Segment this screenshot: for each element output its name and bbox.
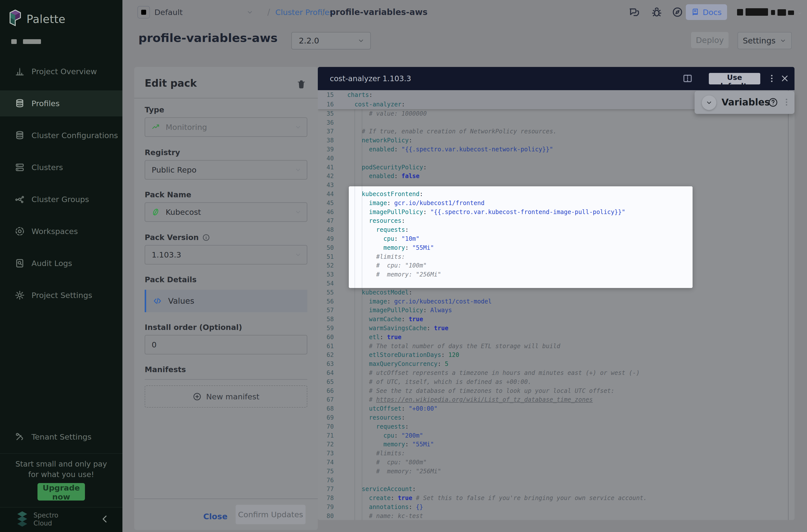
editor-scrollbar[interactable] — [788, 90, 789, 520]
code-line[interactable]: 78 create: true # Set this to false if y… — [318, 494, 794, 502]
values-item-label: Values — [168, 296, 194, 306]
code-line[interactable]: 53 # memory: "256Mi" — [318, 270, 794, 279]
code-line-text: image: gcr.io/kubecost1/cost-model — [337, 298, 492, 305]
code-line[interactable]: 69 resources: — [318, 413, 794, 422]
layers-icon — [15, 98, 25, 109]
code-line[interactable]: 41 podSecurityPolicy: — [318, 163, 794, 172]
code-line[interactable]: 50 memory: "55Mi" — [318, 243, 794, 252]
code-line-text: # memory: "256Mi" — [337, 468, 441, 475]
code-line[interactable]: 38 networkPolicy: — [318, 136, 794, 145]
code-line[interactable]: 75 # memory: "256Mi" — [318, 467, 794, 476]
code-line[interactable]: 36 — [318, 118, 794, 127]
code-line[interactable]: 46 imagePullPolicy: "{{.spectro.var.kube… — [318, 208, 794, 216]
project-selector[interactable]: Default — [137, 0, 183, 24]
pack-version-label-text: Pack Version — [145, 233, 199, 242]
code-line[interactable]: 52 # cpu: "100m" — [318, 261, 794, 270]
sidebar-item-tenant-settings[interactable]: Tenant Settings — [0, 424, 123, 450]
code-line[interactable]: 59 warmSavingsCache: true — [318, 324, 794, 333]
registry-select[interactable]: Public Repo — [145, 160, 307, 179]
close-icon[interactable] — [780, 73, 790, 84]
code-line[interactable]: 70 requests: — [318, 422, 794, 431]
code-line[interactable]: 44 kubecostFrontend: — [318, 190, 794, 198]
code-line[interactable]: 60 etl: true — [318, 333, 794, 342]
user-menu-chevron-icon[interactable] — [797, 11, 803, 16]
code-line[interactable]: 64 # utcOffset represents a timezone in … — [318, 368, 794, 377]
variables-collapse-button[interactable] — [701, 95, 716, 110]
code-line[interactable]: 71 cpu: "200m" — [318, 431, 794, 440]
code-line[interactable]: 37 # If true, enable creation of Network… — [318, 127, 794, 136]
sidebar-item-profiles[interactable]: Profiles — [0, 90, 123, 116]
chevron-down-icon — [705, 99, 713, 107]
collapse-sidebar-button[interactable] — [99, 514, 110, 525]
docs-button[interactable]: Docs — [686, 4, 727, 20]
line-number: 38 — [318, 137, 337, 144]
code-line[interactable]: 80 # name: kc-test — [318, 512, 794, 520]
sidebar-item-workspaces[interactable]: Workspaces — [0, 218, 123, 244]
info-icon[interactable] — [202, 233, 210, 242]
use-defaults-button[interactable]: Use defaults — [709, 73, 760, 84]
code-line[interactable]: 54 — [318, 279, 794, 288]
pack-version-select[interactable]: 1.103.3 — [145, 245, 307, 265]
code-line[interactable]: 76 — [318, 476, 794, 485]
deploy-button[interactable]: Deploy — [691, 32, 729, 48]
code-line[interactable]: 48 requests: — [318, 225, 794, 234]
code-line[interactable]: 68 utcOffset: "+00:00" — [318, 404, 794, 413]
new-manifest-button[interactable]: New manifest — [145, 385, 307, 407]
install-order-input[interactable]: 0 — [145, 335, 307, 355]
bug-report-icon[interactable] — [651, 6, 662, 18]
code-line[interactable]: 65 # of UTC, itself, which is defined as… — [318, 377, 794, 386]
settings-button[interactable]: Settings — [737, 32, 792, 49]
code-line[interactable]: 49 cpu: "10m" — [318, 234, 794, 243]
line-number: 68 — [318, 405, 337, 412]
sidebar-item-audit-logs[interactable]: Audit Logs — [0, 250, 123, 276]
trash-icon[interactable] — [296, 79, 306, 90]
sidebar-item-cluster-groups[interactable]: Cluster Groups — [0, 186, 123, 212]
registry-label: Registry — [145, 148, 180, 157]
code-line[interactable]: 62 etlStoreDurationDays: 120 — [318, 351, 794, 360]
code-line[interactable]: 45 image: gcr.io/kubecost1/frontend — [318, 198, 794, 208]
code-line[interactable]: 66 # See the tz database of timezones to… — [318, 386, 794, 395]
code-line[interactable]: 51 #limits: — [318, 252, 794, 261]
code-line[interactable]: 58 warmCache: true — [318, 315, 794, 324]
editor-code-area[interactable]: 35 # value: 10000003637 # If true, enabl… — [318, 109, 794, 520]
code-line[interactable]: 47 resources: — [318, 216, 794, 226]
code-line[interactable]: 79 annotations: {} — [318, 502, 794, 512]
layers-icon — [15, 130, 25, 140]
code-line[interactable]: 63 maxQueryConcurrency: 5 — [318, 359, 794, 368]
line-number: 57 — [318, 307, 337, 314]
line-number: 46 — [318, 209, 337, 215]
pack-details-values-item[interactable]: Values — [145, 290, 307, 312]
sidebar-item-cluster-configurations[interactable]: Cluster Configurations — [0, 122, 123, 148]
pack-name-select[interactable]: Kubecost — [145, 202, 307, 222]
code-line[interactable]: 43 — [318, 180, 794, 190]
help-compass-icon[interactable] — [672, 6, 683, 18]
kebab-menu-icon[interactable] — [782, 97, 791, 107]
sidebar-item-project-overview[interactable]: Project Overview — [0, 58, 123, 84]
code-line[interactable]: 61 # The total number of days the ETL st… — [318, 342, 794, 351]
sidebar-item-clusters[interactable]: Clusters — [0, 154, 123, 180]
code-line[interactable]: 55 kubecostModel: — [318, 288, 794, 297]
code-line[interactable]: 40 — [318, 154, 794, 163]
feedback-chat-icon[interactable] — [628, 6, 640, 18]
kebab-menu-icon[interactable] — [767, 73, 777, 84]
upgrade-now-button[interactable]: Upgrade now — [37, 483, 85, 500]
code-line[interactable]: 67 # https://en.wikipedia.org/wiki/List_… — [318, 395, 794, 404]
close-button[interactable]: Close — [200, 508, 230, 525]
type-select[interactable]: Monitoring — [145, 117, 307, 137]
split-diff-icon[interactable] — [682, 73, 693, 84]
question-help-icon[interactable] — [768, 97, 778, 108]
chevron-down-icon — [294, 251, 302, 259]
code-line[interactable]: 77 serviceAccount: — [318, 484, 794, 494]
code-line[interactable]: 74 # cpu: "800m" — [318, 458, 794, 467]
code-line[interactable]: 39 enabled: "{{.spectro.var.kubecost-net… — [318, 145, 794, 154]
line-number: 72 — [318, 441, 337, 448]
code-line[interactable]: 56 image: gcr.io/kubecost1/cost-model — [318, 297, 794, 306]
profile-version-select[interactable]: 2.2.0 — [291, 32, 371, 50]
confirm-updates-button[interactable]: Confirm Updates — [236, 505, 305, 524]
code-line[interactable]: 42 enabled: false — [318, 172, 794, 181]
code-line[interactable]: 72 memory: "55Mi" — [318, 440, 794, 449]
settings-button-label: Settings — [743, 36, 775, 45]
code-line[interactable]: 73 #limits: — [318, 449, 794, 458]
sidebar-item-project-settings[interactable]: Project Settings — [0, 282, 123, 308]
code-line[interactable]: 57 imagePullPolicy: Always — [318, 306, 794, 315]
